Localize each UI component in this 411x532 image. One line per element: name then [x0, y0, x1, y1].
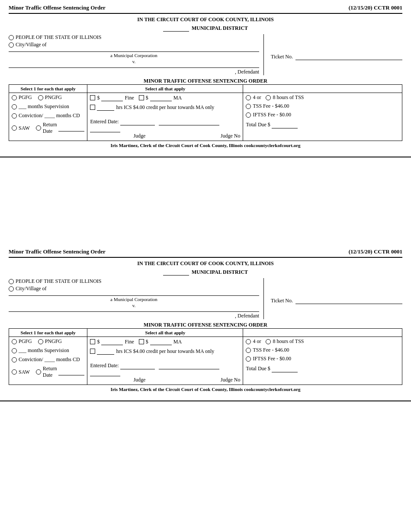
- th-right-1: [243, 85, 402, 93]
- municipal-district-2: MUNICIPAL DISTRICT: [9, 269, 402, 276]
- radio-item-people-2[interactable]: PEOPLE OF THE STATE OF ILLINOIS: [9, 278, 259, 285]
- right-col-inner-2: 4 or 8 hours of TSS TSS Fee - $46.00: [246, 338, 399, 372]
- ticket-blank-1[interactable]: [295, 53, 402, 60]
- right-plaintiff-col-2: Ticket No.: [264, 278, 402, 319]
- total-due-blank-2[interactable]: [272, 365, 298, 372]
- checkbox-ics-2[interactable]: [90, 349, 95, 354]
- radio-pgfg-circle-2[interactable]: [12, 339, 17, 344]
- fine-label-2: Fine: [125, 339, 134, 345]
- checkbox-fine-2[interactable]: [90, 339, 95, 344]
- radio-city-circle-1[interactable]: [9, 42, 14, 48]
- radio-saw-circle-1[interactable]: [12, 125, 17, 131]
- judge-no-blank-2[interactable]: [90, 369, 120, 376]
- radio-item-city-1[interactable]: City/Village of: [9, 42, 259, 48]
- td-mid-2: $ Fine $ MA hrs ICS $4.00 credit per hou…: [87, 337, 243, 385]
- checkbox-ics-1[interactable]: [90, 105, 95, 110]
- tss-option2-2: 8 hours of TSS: [273, 338, 304, 345]
- judge-label-2: Judge: [133, 377, 145, 383]
- judge-blank-2[interactable]: [159, 362, 219, 369]
- radio-group-2: PEOPLE OF THE STATE OF ILLINOIS City/Vil…: [9, 278, 259, 292]
- page-spacer: [0, 157, 411, 244]
- dollar-1: $: [97, 95, 100, 101]
- radio-item-city-2[interactable]: City/Village of: [9, 285, 259, 292]
- supervision-row-2: ___ months Supervision: [12, 347, 84, 354]
- radio-8-circle-2[interactable]: [266, 339, 271, 344]
- checkbox-ma-1[interactable]: [139, 95, 144, 100]
- defendant-suffix-1: , Defendant: [9, 69, 259, 75]
- fine-blank-1[interactable]: [101, 94, 123, 101]
- total-due-blank-1[interactable]: [272, 122, 298, 128]
- radio-pgfg-circle-1[interactable]: [12, 95, 17, 100]
- radio-iftss-circle-1[interactable]: [246, 112, 251, 118]
- defendant-line-1: [9, 67, 259, 68]
- radio-people-label-2: PEOPLE OF THE STATE OF ILLINOIS: [16, 278, 102, 285]
- judge-labels-2: Judge Judge No: [90, 377, 240, 383]
- ma-blank-1[interactable]: [150, 94, 172, 101]
- radio-4-circle-1[interactable]: [246, 95, 251, 100]
- radio-conviction-circle-1[interactable]: [12, 113, 17, 119]
- radio-months-circle-2[interactable]: [12, 348, 17, 353]
- tss-row-2[interactable]: 4 or 8 hours of TSS: [246, 338, 399, 345]
- months-supervision-1[interactable]: ___ months Supervision: [12, 103, 84, 110]
- iftss-fee-row-1[interactable]: IFTSS Fee - $0.00: [246, 112, 399, 118]
- radio-return-circle-1[interactable]: [36, 125, 41, 131]
- return-date-blank-2[interactable]: [58, 369, 84, 375]
- iftss-fee-row-2[interactable]: IFTSS Fee - $0.00: [246, 356, 399, 362]
- td-right-1: 4 or 8 hours of TSS TSS Fee - $46.00: [243, 93, 402, 141]
- dollar-ma-1: $: [146, 95, 148, 101]
- dollar-2: $: [97, 339, 100, 345]
- conviction-1[interactable]: Conviction/ ____ months CD: [12, 112, 84, 119]
- hrs-blank-2[interactable]: [97, 348, 114, 355]
- radio-return-circle-2[interactable]: [36, 369, 41, 375]
- judge-no-label-1: Judge No: [221, 133, 241, 139]
- conviction-label-1: Conviction/ ____ months CD: [19, 112, 80, 119]
- municipal-blank-2: [163, 269, 189, 276]
- radio-item-people-1[interactable]: PEOPLE OF THE STATE OF ILLINOIS: [9, 34, 259, 41]
- tss-option2-1: 8 hours of TSS: [273, 94, 304, 101]
- municipal-corp-label-1: a Municipal Corporation: [9, 53, 259, 58]
- radio-people-circle-2[interactable]: [9, 279, 14, 284]
- judge-blank-1[interactable]: [159, 119, 219, 125]
- radio-pngfg-circle-1[interactable]: [38, 95, 43, 100]
- date-blank-2[interactable]: [120, 362, 155, 369]
- td-pgfg-1: PGFG PNGFG ___ months Supervision: [9, 93, 87, 141]
- page-title-2: Minor Traffic Offense Sentencing Order: [9, 248, 106, 255]
- fine-blank-2[interactable]: [101, 338, 123, 345]
- footer-2: Iris Martinez, Clerk of the Circuit Cour…: [9, 387, 402, 392]
- page-2: Minor Traffic Offense Sentencing Order (…: [0, 244, 411, 401]
- checkbox-ma-2[interactable]: [139, 339, 144, 344]
- judge-no-blank-1[interactable]: [90, 125, 120, 132]
- tss-row-1[interactable]: 4 or 8 hours of TSS: [246, 94, 399, 101]
- plaintiff-section-2: PEOPLE OF THE STATE OF ILLINOIS City/Vil…: [9, 278, 402, 319]
- td-right-2: 4 or 8 hours of TSS TSS Fee - $46.00: [243, 337, 402, 385]
- pgfg-row-2[interactable]: PGFG PNGFG: [12, 338, 84, 345]
- radio-tss-fee-circle-2[interactable]: [246, 348, 251, 353]
- radio-8-circle-1[interactable]: [266, 95, 271, 100]
- radio-4-circle-2[interactable]: [246, 339, 251, 344]
- radio-people-circle-1[interactable]: [9, 35, 14, 40]
- conviction-label-2: Conviction/ ____ months CD: [19, 356, 80, 363]
- conviction-2[interactable]: Conviction/ ____ months CD: [12, 356, 84, 363]
- saw-1[interactable]: SAW Return Date: [12, 122, 84, 135]
- radio-city-circle-2[interactable]: [9, 286, 14, 292]
- tss-fee-row-2[interactable]: TSS Fee - $46.00: [246, 347, 399, 353]
- saw-2[interactable]: SAW Return Date: [12, 365, 84, 378]
- months-supervision-2[interactable]: ___ months Supervision: [12, 347, 84, 354]
- return-date-label-2: Return Date: [43, 365, 57, 378]
- radio-months-circle-1[interactable]: [12, 104, 17, 109]
- hrs-blank-1[interactable]: [97, 104, 114, 111]
- return-date-blank-1[interactable]: [58, 125, 84, 131]
- radio-pngfg-circle-2[interactable]: [38, 339, 43, 344]
- ticket-blank-2[interactable]: [295, 297, 402, 304]
- radio-iftss-circle-2[interactable]: [246, 356, 251, 362]
- ticket-row-2: Ticket No.: [271, 297, 402, 304]
- tss-fee-row-1[interactable]: TSS Fee - $46.00: [246, 103, 399, 109]
- date-blank-1[interactable]: [120, 119, 155, 125]
- radio-conviction-circle-2[interactable]: [12, 357, 17, 362]
- radio-saw-circle-2[interactable]: [12, 369, 17, 375]
- pgfg-row-1[interactable]: PGFG PNGFG: [12, 94, 84, 101]
- ma-blank-2[interactable]: [150, 338, 172, 345]
- iftss-fee-label-1: IFTSS Fee - $0.00: [253, 112, 291, 118]
- checkbox-fine-1[interactable]: [90, 95, 95, 100]
- radio-tss-fee-circle-1[interactable]: [246, 104, 251, 109]
